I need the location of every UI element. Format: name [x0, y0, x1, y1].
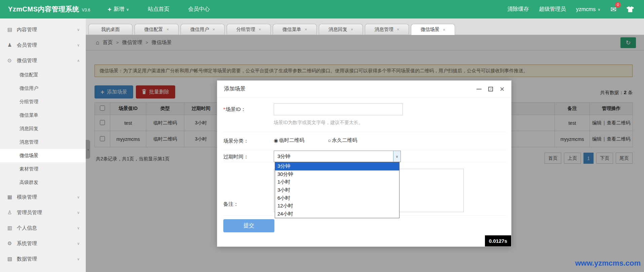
remark-label: 备注：: [223, 201, 238, 207]
user-role: 超级管理员: [539, 6, 566, 13]
chevron-down-icon: ∨: [77, 195, 80, 199]
minimize-icon[interactable]: [477, 89, 482, 89]
close-icon[interactable]: ×: [166, 27, 169, 32]
close-icon[interactable]: ×: [305, 27, 307, 32]
mail-button[interactable]: ✉ 0: [610, 5, 616, 13]
sidebar-item-material[interactable]: 素材管理: [0, 162, 86, 176]
category-label: 场景分类：: [223, 138, 249, 144]
radio-perm-qrcode[interactable]: ○ 永久二维码: [328, 137, 357, 144]
sidebar-item-wechat[interactable]: ⊙ 微信管理 ∧: [0, 53, 86, 68]
close-icon[interactable]: ×: [443, 27, 446, 32]
expire-select[interactable]: 3分钟 ∨: [274, 151, 401, 162]
tab-msg-manage[interactable]: 消息管理 ×: [365, 24, 409, 35]
add-scene-modal: 添加场景 ↗ × *场景ID： 场景ID为数字或英文字母，建议不要太长。 场景分…: [217, 80, 512, 247]
maximize-icon[interactable]: ↗: [488, 87, 493, 91]
tab-group-manage[interactable]: 分组管理 ×: [227, 24, 271, 35]
sidebar-item-admins[interactable]: ♙ 管理员管理 ∨: [0, 205, 86, 220]
dropdown-option[interactable]: 12小时: [275, 202, 399, 210]
content-frame: ⌂ 首页 > 微信管理 > 微信场景 ↻ 微信场景：为了满足用户渠道推广分析和用…: [86, 35, 644, 272]
sidebar-item-msg-reply[interactable]: 消息回复: [0, 122, 86, 135]
sidebar-item-personal[interactable]: ▥ 个人信息 ∨: [0, 220, 86, 236]
chevron-down-icon: ∨: [77, 210, 80, 215]
dropdown-option[interactable]: 3小时: [275, 186, 399, 194]
sidebar-item-content[interactable]: ▤ 内容管理 ∨: [0, 22, 86, 37]
scene-id-label: *场景ID：: [223, 106, 246, 113]
frontend-shirt-icon[interactable]: [627, 6, 634, 13]
sidebar-item-wechat-users[interactable]: 微信用户: [0, 82, 86, 95]
load-time-badge: 0.0127s: [485, 235, 511, 246]
expire-dropdown-list: 3分钟 30分钟 1小时 3小时 6小时 12小时 24小时: [275, 162, 400, 218]
tab-wechat-users[interactable]: 微信用户 ×: [181, 24, 225, 35]
app-version: V3.6: [82, 8, 90, 12]
dropdown-option[interactable]: 3分钟: [275, 162, 399, 170]
content-icon: ▤: [7, 27, 17, 33]
sidebar-item-wechat-menu[interactable]: 微信菜单: [0, 109, 86, 122]
close-icon[interactable]: ×: [259, 27, 261, 32]
chevron-down-icon: ∨: [77, 241, 80, 246]
database-icon: ▧: [7, 256, 17, 262]
chevron-down-icon: ∨: [598, 7, 600, 12]
chevron-down-icon: ∨: [393, 151, 401, 162]
wechat-icon: ⊙: [7, 57, 17, 64]
module-icon: ▦: [7, 194, 17, 200]
user-menu[interactable]: yzmcms ∨: [576, 6, 601, 12]
chevron-down-icon: ∨: [126, 7, 129, 12]
sidebar-item-data[interactable]: ▧ 数据管理 ∨: [0, 251, 86, 267]
sidebar-item-wechat-config[interactable]: 微信配置: [0, 68, 86, 82]
nav-site-home[interactable]: 站点首页: [148, 6, 169, 13]
top-navbar: YzmCMS内容管理系统 V3.6 + 新增 ∨ 站点首页 会员中心 清除缓存 …: [0, 0, 644, 18]
tab-bar: 我的桌面 微信配置 × 微信用户 × 分组管理 × 微信菜单 × 消息回复 × …: [86, 18, 644, 35]
site-watermark: www.yzmcms.com: [575, 259, 641, 268]
radio-selected-icon: ◉: [274, 138, 278, 144]
sidebar: ▤ 内容管理 ∨ ♟ 会员管理 ∨ ⊙ 微信管理 ∧ 微信配置 微信用户 分组管…: [0, 18, 86, 272]
scene-id-help: 场景ID为数字或英文字母，建议不要太长。: [274, 120, 363, 126]
close-icon[interactable]: ×: [397, 27, 400, 32]
member-icon: ♟: [7, 42, 17, 48]
chevron-down-icon: ∨: [77, 226, 80, 230]
sidebar-item-wechat-scene[interactable]: 微信场景: [0, 149, 86, 162]
chevron-down-icon: ∨: [77, 28, 80, 32]
expire-label: 过期时间：: [223, 154, 249, 160]
category-radio-group: ◉ 临时二维码 ○ 永久二维码: [274, 137, 357, 144]
sidebar-item-system[interactable]: ⚙ 系统管理 ∨: [0, 236, 86, 251]
nav-add-menu[interactable]: + 新增 ∨: [108, 6, 129, 13]
wechat-submenu: 微信配置 微信用户 分组管理 微信菜单 消息回复 消息管理 微信场景 素材管理 …: [0, 68, 86, 189]
modal-title: 添加场景: [224, 85, 245, 92]
chevron-up-icon: ∧: [77, 59, 80, 63]
clear-cache-link[interactable]: 清除缓存: [507, 6, 529, 13]
plus-icon: +: [108, 6, 111, 13]
sidebar-item-msg-manage[interactable]: 消息管理: [0, 135, 86, 149]
scene-id-input[interactable]: [274, 103, 403, 115]
radio-temp-qrcode[interactable]: ◉ 临时二维码: [274, 137, 304, 144]
dropdown-option[interactable]: 24小时: [275, 210, 399, 218]
submit-button[interactable]: 提交: [223, 219, 274, 232]
profile-icon: ▥: [7, 225, 17, 231]
radio-unselected-icon: ○: [328, 138, 331, 143]
mail-badge: 0: [615, 2, 621, 8]
close-icon[interactable]: ×: [213, 27, 215, 32]
close-icon[interactable]: ×: [351, 27, 353, 32]
chevron-down-icon: ∨: [77, 257, 80, 261]
close-icon[interactable]: ×: [500, 86, 504, 92]
nav-member-center[interactable]: 会员中心: [188, 6, 210, 13]
chevron-down-icon: ∨: [77, 43, 80, 47]
tab-msg-reply[interactable]: 消息回复 ×: [319, 24, 363, 35]
modal-header: 添加场景 ↗ ×: [217, 81, 511, 98]
app-title: YzmCMS内容管理系统: [8, 5, 79, 14]
dropdown-option[interactable]: 6小时: [275, 194, 399, 202]
tab-wechat-scene[interactable]: 微信场景 ×: [411, 24, 455, 35]
sidebar-item-mass-send[interactable]: 高级群发: [0, 176, 86, 189]
sidebar-item-modules[interactable]: ▦ 模块管理 ∨: [0, 189, 86, 205]
admin-icon: ♙: [7, 209, 17, 216]
dropdown-option[interactable]: 30分钟: [275, 170, 399, 179]
tab-wechat-menu[interactable]: 微信菜单 ×: [273, 24, 317, 35]
tab-wechat-config[interactable]: 微信配置 ×: [135, 24, 179, 35]
sidebar-item-group-manage[interactable]: 分组管理: [0, 95, 86, 109]
tab-my-desktop[interactable]: 我的桌面: [88, 24, 132, 35]
sidebar-item-members[interactable]: ♟ 会员管理 ∨: [0, 37, 86, 53]
dropdown-option[interactable]: 1小时: [275, 178, 399, 186]
gear-icon: ⚙: [7, 240, 17, 246]
